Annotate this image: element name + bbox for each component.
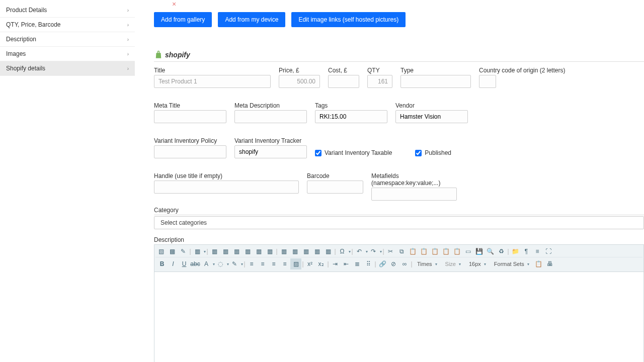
- vip-input[interactable]: [154, 145, 226, 158]
- price-input[interactable]: [279, 75, 320, 88]
- handle-label: Handle (use title if empty): [154, 172, 299, 179]
- cost-label: Cost, £: [328, 67, 359, 74]
- indent-icon[interactable]: ⇥: [330, 258, 341, 269]
- italic-icon[interactable]: I: [168, 258, 179, 269]
- copy-icon[interactable]: ⧉: [396, 246, 407, 257]
- link-icon[interactable]: 🔗: [377, 258, 388, 269]
- paste-format-icon[interactable]: 📋: [533, 258, 544, 269]
- paste-special-icon[interactable]: 📋: [451, 246, 462, 257]
- row-below-icon[interactable]: ▦: [289, 246, 300, 257]
- vit-input[interactable]: [234, 145, 307, 158]
- unordered-list-icon[interactable]: ⠿: [363, 258, 374, 269]
- metafields-input[interactable]: [371, 188, 457, 201]
- align-none-icon[interactable]: ▨: [290, 258, 301, 269]
- edit-image-links-button[interactable]: Edit image links (self hosted pictures): [291, 12, 406, 27]
- category-label: Category: [154, 207, 179, 214]
- ordered-list-icon[interactable]: ≣: [352, 258, 363, 269]
- folder-icon[interactable]: 📁: [510, 246, 521, 257]
- metafields-label: Metafields (namespace:key:value;...): [371, 172, 457, 187]
- paste-html-icon[interactable]: 📋: [440, 246, 451, 257]
- sidebar-item-shopify-details[interactable]: Shopify details›: [0, 61, 135, 76]
- chevron-right-icon: ›: [127, 22, 129, 28]
- align-right-icon[interactable]: ≡: [268, 258, 279, 269]
- format-sets-select[interactable]: Format Sets▾: [490, 258, 533, 269]
- category-select[interactable]: Select categories: [154, 216, 644, 229]
- align-center-icon[interactable]: ≡: [532, 246, 543, 257]
- vip-label: Variant Inventory Policy: [154, 137, 226, 144]
- format-painter-icon[interactable]: ✎: [178, 246, 189, 257]
- tags-input[interactable]: [315, 110, 387, 123]
- rich-text-editor: ▧ ▩ ✎ | ▦▾ | ▦ ▦ ▦ ▦ ▦ ▦ | ▦ ▦ ▦ ▦ ▦ | Ω…: [154, 244, 644, 362]
- image-icon[interactable]: ▧: [155, 246, 167, 257]
- highlight-icon[interactable]: ✎: [229, 258, 240, 269]
- cost-input[interactable]: [328, 75, 359, 88]
- omega-icon[interactable]: Ω: [337, 246, 348, 257]
- font-size-value[interactable]: 16px▾: [465, 258, 490, 269]
- meta-desc-label: Meta Description: [234, 102, 307, 109]
- vendor-input[interactable]: [395, 110, 468, 123]
- sidebar-item-qty-price-barcode[interactable]: QTY, Price, Barcode›: [0, 18, 135, 32]
- published-checkbox[interactable]: [415, 150, 422, 156]
- paste-text-icon[interactable]: 📋: [418, 246, 429, 257]
- outdent-icon[interactable]: ⇤: [341, 258, 352, 269]
- undo-icon[interactable]: ↶: [354, 246, 365, 257]
- select-all-icon[interactable]: ▭: [462, 246, 473, 257]
- font-color-icon[interactable]: A: [201, 258, 212, 269]
- font-family-select[interactable]: Times▾: [413, 258, 441, 269]
- type-input[interactable]: [400, 75, 471, 88]
- close-icon[interactable]: ×: [172, 0, 644, 8]
- sidebar-item-description[interactable]: Description›: [0, 32, 135, 47]
- chevron-right-icon: ›: [127, 66, 129, 71]
- col-right-icon[interactable]: ▦: [311, 246, 323, 257]
- fill-color-icon[interactable]: ◌: [215, 258, 226, 269]
- find-icon[interactable]: 🔍: [485, 246, 496, 257]
- insert-row-icon[interactable]: ▦: [242, 246, 253, 257]
- cut-icon[interactable]: ✂: [385, 246, 396, 257]
- cell-props-icon[interactable]: ▦: [323, 246, 334, 257]
- sidebar-item-product-details[interactable]: Product Details›: [0, 3, 135, 18]
- variant-taxable-checkbox[interactable]: [315, 150, 321, 156]
- tags-label: Tags: [315, 102, 387, 109]
- anchor-icon[interactable]: ∞: [399, 258, 410, 269]
- paste-word-icon[interactable]: 📋: [429, 246, 440, 257]
- country-input[interactable]: [479, 75, 496, 88]
- meta-title-input[interactable]: [154, 110, 226, 123]
- table-insert-icon[interactable]: ▦: [209, 246, 220, 257]
- align-justify-icon[interactable]: ≡: [279, 258, 290, 269]
- meta-desc-input[interactable]: [234, 110, 307, 123]
- paste-icon[interactable]: 📋: [407, 246, 418, 257]
- font-size-select[interactable]: Size▾: [441, 258, 465, 269]
- table-delete-icon[interactable]: ▦: [220, 246, 231, 257]
- underline-icon[interactable]: U: [179, 258, 190, 269]
- unlink-icon[interactable]: ⊘: [388, 258, 399, 269]
- split-cell-icon[interactable]: ▦: [264, 246, 275, 257]
- title-input[interactable]: [154, 75, 271, 88]
- paragraph-icon[interactable]: ¶: [521, 246, 532, 257]
- editor-body[interactable]: [154, 272, 643, 362]
- add-from-device-button[interactable]: Add from my device: [218, 12, 285, 27]
- subscript-icon[interactable]: x₂: [315, 258, 327, 269]
- sidebar-item-images[interactable]: Images›: [0, 47, 135, 61]
- table-icon[interactable]: ▦: [192, 246, 203, 257]
- replace-icon[interactable]: ♻: [496, 246, 507, 257]
- align-center-icon[interactable]: ≡: [257, 258, 268, 269]
- save-icon[interactable]: 💾: [473, 246, 485, 257]
- align-left-icon[interactable]: ≡: [246, 258, 257, 269]
- fullscreen-icon[interactable]: ⛶: [543, 246, 554, 257]
- redo-icon[interactable]: ↷: [368, 246, 379, 257]
- barcode-input[interactable]: [307, 180, 363, 194]
- print-icon[interactable]: 🖶: [544, 258, 555, 269]
- superscript-icon[interactable]: x²: [304, 258, 315, 269]
- price-label: Price, £: [279, 67, 320, 74]
- handle-input[interactable]: [154, 180, 299, 194]
- vendor-label: Vendor: [395, 102, 468, 109]
- add-from-gallery-button[interactable]: Add from gallery: [154, 12, 212, 27]
- row-above-icon[interactable]: ▦: [278, 246, 289, 257]
- image-manager-icon[interactable]: ▩: [167, 246, 178, 257]
- bold-icon[interactable]: B: [156, 258, 168, 269]
- col-left-icon[interactable]: ▦: [300, 246, 311, 257]
- qty-input[interactable]: [367, 75, 392, 88]
- insert-col-icon[interactable]: ▦: [253, 246, 264, 257]
- strike-icon[interactable]: abc: [190, 258, 201, 269]
- merge-cells-icon[interactable]: ▦: [231, 246, 242, 257]
